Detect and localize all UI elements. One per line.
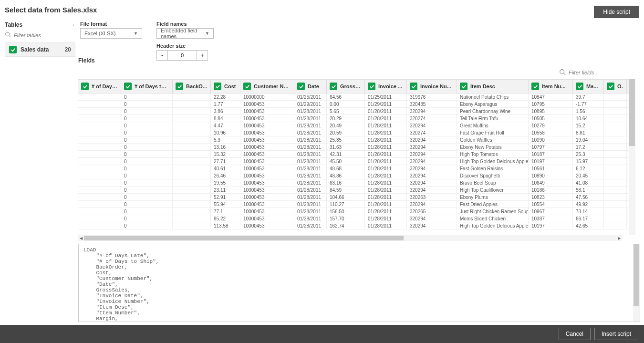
table-cell: 10000453: [240, 136, 294, 143]
table-row[interactable]: 013.161000045301/28/201131.6301/28/20113…: [78, 144, 629, 151]
checkbox-icon[interactable]: [330, 83, 337, 90]
table-row[interactable]: 022.281000000001/25/201164.5601/25/20113…: [78, 94, 629, 101]
table-cell: 10000453: [240, 122, 294, 129]
table-cell: 320294: [407, 136, 457, 143]
table-row[interactable]: 01.771000045301/29/20110.0001/29/2011320…: [78, 101, 629, 108]
column-header[interactable]: Customer Nu...: [240, 80, 294, 93]
column-label: Item Desc: [470, 83, 495, 89]
table-row[interactable]: 05.31000045301/28/201125.3501/28/2011320…: [78, 136, 629, 144]
table-cell: [604, 187, 627, 193]
checkbox-icon[interactable]: [460, 83, 467, 90]
table-cell: 10505: [529, 115, 573, 122]
checkbox-icon[interactable]: [81, 83, 89, 90]
column-header[interactable]: Invoice Nu...: [407, 80, 457, 93]
checkbox-icon[interactable]: [410, 83, 417, 90]
column-header[interactable]: Date: [294, 80, 327, 93]
table-row[interactable]: 085.221000045301/28/2011157.7001/28/2011…: [78, 215, 629, 222]
checkbox-icon[interactable]: [176, 83, 183, 90]
table-row[interactable]: 055.941000045301/28/2011110.2701/28/2011…: [78, 201, 629, 208]
horizontal-scrollbar[interactable]: ◀ ▶: [78, 235, 622, 241]
hide-script-button[interactable]: Hide script: [594, 6, 639, 18]
column-header[interactable]: Item Desc: [457, 80, 529, 93]
table-cell: 10000453: [240, 215, 294, 222]
table-row[interactable]: 040.611000045301/28/201148.6801/28/20113…: [78, 165, 629, 172]
table-cell: 01/28/2011: [365, 115, 407, 122]
checkbox-icon[interactable]: [243, 83, 251, 90]
table-row[interactable]: 077.11000045301/28/2011156.5001/28/20113…: [78, 208, 629, 215]
cancel-button[interactable]: Cancel: [559, 328, 591, 340]
vertical-scrollbar[interactable]: [629, 79, 635, 235]
table-cell: 01/28/2011: [365, 165, 407, 172]
table-cell: 15.32: [211, 151, 240, 157]
table-cell: [78, 94, 121, 100]
table-cell: 10795: [529, 101, 573, 107]
table-row[interactable]: 023.111000045301/28/201184.5901/28/20113…: [78, 187, 629, 194]
table-row[interactable]: 015.321000045301/28/201142.3101/28/20113…: [78, 151, 629, 158]
column-header[interactable]: # of Days to ...: [121, 80, 173, 93]
field-names-select[interactable]: Embedded field names ▼: [156, 28, 214, 39]
column-header[interactable]: Invoice ...: [365, 80, 407, 93]
table-cell: 10649: [529, 179, 573, 186]
table-cell: 01/28/2011: [365, 122, 407, 129]
checkbox-icon[interactable]: [297, 83, 305, 90]
table-row[interactable]: 04.471000045301/28/201120.4901/28/201132…: [78, 122, 629, 129]
script-vertical-scrollbar[interactable]: [633, 244, 640, 322]
table-row[interactable]: 0113.581000045301/28/2011162.7401/28/201…: [78, 222, 629, 229]
table-cell: Fast Golden Raisins: [457, 165, 529, 172]
table-row[interactable]: 026.461000045301/28/201148.8601/28/20113…: [78, 172, 629, 179]
table-row[interactable]: 03.861000045301/28/20115.6501/28/2011320…: [78, 108, 629, 115]
table-cell: 10197: [529, 158, 573, 165]
table-row[interactable]: 08.841000045301/28/201120.2901/28/201132…: [78, 115, 629, 122]
table-cell: 85.22: [211, 215, 240, 222]
column-header[interactable]: # of Days ...: [78, 80, 121, 93]
column-label: Invoice Nu...: [420, 83, 451, 89]
column-header[interactable]: BackO...: [173, 80, 211, 93]
table-cell: High Top Cauliflower: [457, 187, 529, 193]
table-cell: [78, 101, 121, 107]
table-cell: 10090: [529, 136, 573, 143]
table-cell: [173, 129, 211, 136]
table-cell: [78, 194, 121, 200]
checkbox-icon[interactable]: [124, 83, 132, 90]
column-header[interactable]: Ma...: [573, 80, 604, 93]
checkbox-icon[interactable]: [214, 83, 221, 90]
table-cell: [604, 201, 627, 208]
table-cell: 20.45: [573, 172, 604, 179]
checkbox-icon[interactable]: [9, 46, 17, 53]
checkbox-icon[interactable]: [531, 83, 539, 90]
table-row[interactable]: 019.551000045301/28/201163.1601/28/20113…: [78, 179, 629, 187]
table-row[interactable]: 052.911000045301/28/2011104.6601/28/2011…: [78, 194, 629, 201]
table-cell: 320294: [407, 215, 457, 222]
filter-fields-input[interactable]: [569, 70, 602, 75]
file-format-select[interactable]: Excel (XLSX) ▼: [80, 28, 142, 39]
checkbox-icon[interactable]: [607, 83, 614, 90]
checkbox-icon[interactable]: [368, 83, 375, 90]
table-cell: 42.31: [327, 151, 365, 157]
column-header[interactable]: Item Nu...: [529, 80, 573, 93]
table-cell: [78, 222, 121, 229]
column-header[interactable]: Ope...: [604, 80, 627, 93]
table-row[interactable]: 010.961000045301/28/201120.5901/28/20113…: [78, 129, 629, 136]
column-header[interactable]: GrossS...: [327, 80, 365, 93]
insert-script-button[interactable]: Insert script: [594, 328, 638, 340]
scroll-right-icon[interactable]: ▶: [616, 236, 622, 240]
filter-tables-input[interactable]: [14, 32, 62, 38]
checkbox-icon[interactable]: [576, 83, 583, 90]
table-cell: 320294: [407, 122, 457, 129]
table-cell: 10279: [529, 122, 573, 129]
table-row[interactable]: 027.711000045301/28/201145.5001/28/20113…: [78, 158, 629, 165]
table-cell: 0: [121, 165, 173, 172]
table-cell: 0: [121, 215, 173, 222]
table-cell: 01/25/2011: [365, 94, 407, 100]
tables-header-label: Tables: [5, 21, 22, 28]
table-cell: [78, 165, 121, 172]
table-cell: [173, 179, 211, 186]
table-cell: [78, 158, 121, 165]
table-cell: 01/28/2011: [365, 222, 407, 229]
column-header[interactable]: Cost: [211, 80, 240, 93]
scroll-left-icon[interactable]: ◀: [78, 236, 84, 240]
table-cell: [604, 101, 627, 107]
script-content[interactable]: LOAD "# of Days Late", "# of Days to Shi…: [79, 244, 633, 322]
table-cell: 10000453: [240, 208, 294, 215]
table-item-sales-data[interactable]: Sales data 20: [5, 42, 75, 57]
